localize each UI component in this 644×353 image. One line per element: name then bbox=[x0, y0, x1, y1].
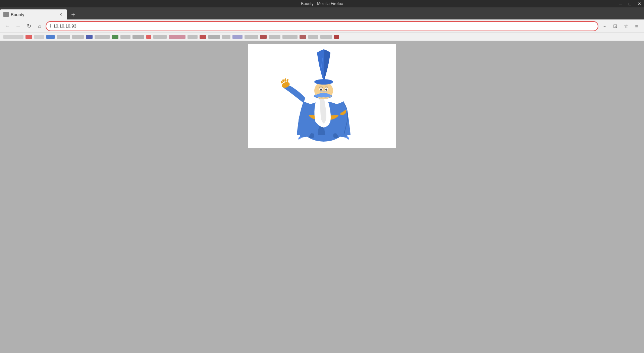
bookmark-item[interactable] bbox=[282, 35, 298, 39]
bookmark-item[interactable] bbox=[300, 35, 306, 39]
bookmark-item[interactable] bbox=[200, 35, 206, 39]
svg-point-6 bbox=[325, 89, 327, 91]
bookmark-item[interactable] bbox=[146, 35, 151, 39]
address-input[interactable] bbox=[53, 23, 594, 29]
toolbar: ← → ↻ ⌂ ℹ ··· ⊡ ☆ ≡ bbox=[0, 19, 644, 33]
svg-point-7 bbox=[314, 79, 333, 85]
bookmark-item[interactable] bbox=[260, 35, 267, 39]
bookmark-item[interactable] bbox=[95, 35, 110, 39]
bookmark-item[interactable] bbox=[320, 35, 332, 39]
reload-button[interactable]: ↻ bbox=[24, 21, 34, 31]
bookmark-button[interactable]: ☆ bbox=[621, 21, 631, 31]
bookmark-item[interactable] bbox=[334, 35, 339, 39]
page-content bbox=[0, 41, 644, 353]
bookmark-item[interactable] bbox=[72, 35, 84, 39]
forward-button[interactable]: → bbox=[13, 21, 23, 31]
active-tab[interactable]: Bounty × bbox=[0, 9, 67, 19]
menu-button[interactable]: ≡ bbox=[632, 21, 641, 31]
bookmark-item[interactable] bbox=[208, 35, 220, 39]
tab-favicon bbox=[3, 12, 9, 17]
new-tab-button[interactable]: + bbox=[68, 10, 78, 19]
titlebar-controls: ─ □ ✕ bbox=[616, 0, 644, 7]
titlebar: Bounty - Mozilla Firefox ─ □ ✕ bbox=[0, 0, 644, 7]
pocket-button[interactable]: ⊡ bbox=[610, 21, 620, 31]
toolbar-right: ··· ⊡ ☆ ≡ bbox=[600, 21, 641, 31]
close-button[interactable]: ✕ bbox=[635, 0, 644, 7]
bookmark-item[interactable] bbox=[153, 35, 167, 39]
wizard-image-container bbox=[248, 44, 396, 148]
bookmark-item[interactable] bbox=[34, 35, 44, 39]
minimize-button[interactable]: ─ bbox=[616, 0, 625, 7]
bookmark-item[interactable] bbox=[112, 35, 118, 39]
security-icon: ℹ bbox=[50, 23, 51, 29]
bookmark-item[interactable] bbox=[132, 35, 144, 39]
bookmark-item[interactable] bbox=[187, 35, 198, 39]
titlebar-title: Bounty - Mozilla Firefox bbox=[301, 1, 343, 6]
tab-close-button[interactable]: × bbox=[58, 11, 64, 17]
bookmark-item[interactable] bbox=[169, 35, 185, 39]
tabbar: Bounty × + bbox=[0, 7, 644, 19]
home-button[interactable]: ⌂ bbox=[35, 21, 44, 31]
tab-title: Bounty bbox=[11, 12, 56, 17]
bookmark-item[interactable] bbox=[120, 35, 130, 39]
bookmark-item[interactable] bbox=[232, 35, 243, 39]
bookmark-item[interactable] bbox=[269, 35, 280, 39]
bookmark-item[interactable] bbox=[245, 35, 258, 39]
bookmark-item[interactable] bbox=[3, 35, 23, 39]
bookmarks-bar bbox=[0, 33, 644, 41]
bookmark-item[interactable] bbox=[46, 35, 55, 39]
wizard-illustration bbox=[270, 48, 374, 145]
restore-button[interactable]: □ bbox=[625, 0, 635, 7]
bookmark-item[interactable] bbox=[86, 35, 93, 39]
more-button[interactable]: ··· bbox=[600, 21, 609, 31]
svg-point-5 bbox=[320, 89, 322, 91]
bookmark-item[interactable] bbox=[57, 35, 70, 39]
back-button[interactable]: ← bbox=[3, 21, 12, 31]
bookmark-item[interactable] bbox=[222, 35, 230, 39]
bookmark-item[interactable] bbox=[25, 35, 32, 39]
address-bar[interactable]: ℹ bbox=[46, 21, 598, 31]
bookmark-item[interactable] bbox=[308, 35, 318, 39]
